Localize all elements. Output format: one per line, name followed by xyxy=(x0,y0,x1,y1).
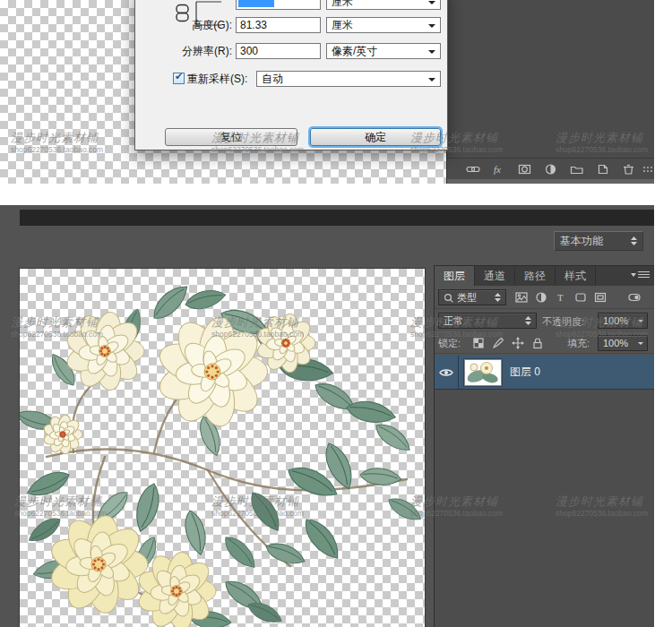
height-label: 高度(G): xyxy=(135,17,232,33)
shape-icon xyxy=(574,291,587,304)
document-canvas[interactable] xyxy=(20,269,425,627)
tab-paths[interactable]: 路径 xyxy=(515,266,556,286)
bottom-crop: 基本功能 图层 通道 路径 样式 类型 xyxy=(0,205,654,627)
updown-arrows-icon xyxy=(525,316,531,325)
top-crop: fx xyxy=(0,0,654,184)
new-group-button[interactable] xyxy=(569,162,585,176)
tab-styles[interactable]: 样式 xyxy=(556,266,596,286)
lock-transparency-button[interactable] xyxy=(470,335,487,350)
peony-artwork xyxy=(20,269,425,627)
image-icon xyxy=(515,291,528,304)
blend-mode-value: 正常 xyxy=(444,314,463,328)
resolution-value: 300 xyxy=(240,45,258,57)
move-arrows-icon xyxy=(512,337,524,349)
updown-arrows-icon xyxy=(631,236,637,245)
padlock-icon xyxy=(531,337,544,349)
reset-button[interactable]: 复位 xyxy=(165,128,297,146)
add-layer-mask-button[interactable] xyxy=(517,162,533,176)
filter-kind-select[interactable]: 类型 xyxy=(438,289,506,305)
fill-input[interactable]: 100% xyxy=(598,335,648,351)
panel-menu-button[interactable] xyxy=(631,271,650,279)
chevron-down-icon xyxy=(631,272,636,278)
layers-panel: 图层 通道 路径 样式 类型 xyxy=(435,266,654,627)
panel-resize-grip[interactable] xyxy=(643,167,645,168)
lock-position-button[interactable] xyxy=(510,335,526,350)
new-layer-button[interactable] xyxy=(595,162,611,176)
resample-label: 重新采样(S): xyxy=(187,71,247,87)
filter-type-layers-button[interactable]: T xyxy=(553,289,569,305)
updown-arrows-icon xyxy=(495,293,501,302)
lock-label: 锁定: xyxy=(438,337,461,350)
folder-icon xyxy=(570,163,584,176)
search-icon xyxy=(444,293,453,303)
layer-row[interactable]: 图层 0 xyxy=(435,356,654,389)
opacity-label: 不透明度: xyxy=(542,315,584,329)
layer-style-button[interactable]: fx xyxy=(491,162,507,176)
delete-layer-button[interactable] xyxy=(621,162,637,176)
layer-mask-icon xyxy=(518,163,532,176)
svg-text:fx: fx xyxy=(494,164,501,175)
filter-shape-layers-button[interactable] xyxy=(573,289,589,305)
application-bar xyxy=(20,210,654,226)
fx-icon: fx xyxy=(492,163,506,176)
height-unit-value: 厘米 xyxy=(332,19,353,31)
check-icon: ✔ xyxy=(175,71,183,82)
blend-mode-row: 正常 不透明度: 100% xyxy=(435,309,654,332)
resample-select[interactable]: 自动 xyxy=(256,71,441,87)
filter-toggle-button[interactable] xyxy=(626,289,642,305)
lock-all-button[interactable] xyxy=(530,335,546,350)
adjustment-icon xyxy=(544,163,558,176)
new-adjustment-layer-button[interactable] xyxy=(543,162,559,176)
brush-icon xyxy=(492,337,504,349)
thumbnail-art xyxy=(465,360,501,385)
filter-kind-value: 类型 xyxy=(457,291,477,305)
fill-value: 100% xyxy=(603,338,628,348)
type-icon: T xyxy=(555,291,567,304)
svg-text:T: T xyxy=(557,292,564,303)
panel-tabs-bar: 图层 通道 路径 样式 xyxy=(435,266,654,286)
layer-filter-row: 类型 T xyxy=(435,286,654,309)
layers-panel-fragment: fx xyxy=(446,0,654,184)
screenshot-root: fx xyxy=(0,0,672,627)
checkerboard-icon xyxy=(472,337,485,349)
height-input[interactable]: 81.33 xyxy=(236,17,321,33)
layers-list-empty-area xyxy=(435,389,654,627)
link-icon xyxy=(466,163,480,176)
selected-text-highlight xyxy=(238,0,274,7)
menu-lines-icon xyxy=(638,271,650,279)
tab-layers[interactable]: 图层 xyxy=(435,266,475,286)
lock-image-button[interactable] xyxy=(490,335,506,350)
resolution-unit-select[interactable]: 像素/英寸 xyxy=(326,43,441,59)
opacity-input[interactable]: 100% xyxy=(598,313,648,329)
opacity-value: 100% xyxy=(603,315,628,326)
width-unit-value: 厘米 xyxy=(332,0,353,8)
workspace-switcher[interactable]: 基本功能 xyxy=(554,231,643,251)
filter-smart-objects-button[interactable] xyxy=(592,289,608,305)
adjustment-icon xyxy=(535,291,547,304)
smart-object-icon xyxy=(594,291,607,304)
resolution-input[interactable]: 300 xyxy=(236,43,321,59)
width-input[interactable] xyxy=(236,0,321,10)
layer-name: 图层 0 xyxy=(510,365,540,380)
height-unit-select[interactable]: 厘米 xyxy=(326,17,441,33)
lock-row: 锁定: 填充: 100% xyxy=(435,332,654,354)
layers-panel-bottom-bar: fx xyxy=(447,158,654,179)
resolution-unit-value: 像素/英寸 xyxy=(332,45,377,57)
fill-label: 填充: xyxy=(567,337,590,350)
width-unit-select[interactable]: 厘米 xyxy=(326,0,441,10)
filter-pixel-layers-button[interactable] xyxy=(513,289,530,305)
layer-visibility-toggle[interactable] xyxy=(435,356,459,389)
ok-button[interactable]: 确定 xyxy=(310,128,441,146)
link-layers-button[interactable] xyxy=(465,162,481,176)
new-layer-icon xyxy=(596,163,610,176)
image-size-dialog: 厘米 高度(G): 81.33 厘米 分辨率(R): 300 像素/英 xyxy=(134,0,448,150)
eye-icon xyxy=(439,367,453,378)
tab-channels[interactable]: 通道 xyxy=(475,266,515,286)
toggle-switch-icon xyxy=(628,291,641,304)
resample-checkbox[interactable]: ✔ xyxy=(173,73,185,84)
resolution-label: 分辨率(R): xyxy=(135,43,232,59)
filter-adjustment-layers-button[interactable] xyxy=(533,289,549,305)
blend-mode-select[interactable]: 正常 xyxy=(438,313,537,329)
workspace-switcher-label: 基本功能 xyxy=(560,234,603,249)
layer-thumbnail[interactable] xyxy=(465,360,501,385)
